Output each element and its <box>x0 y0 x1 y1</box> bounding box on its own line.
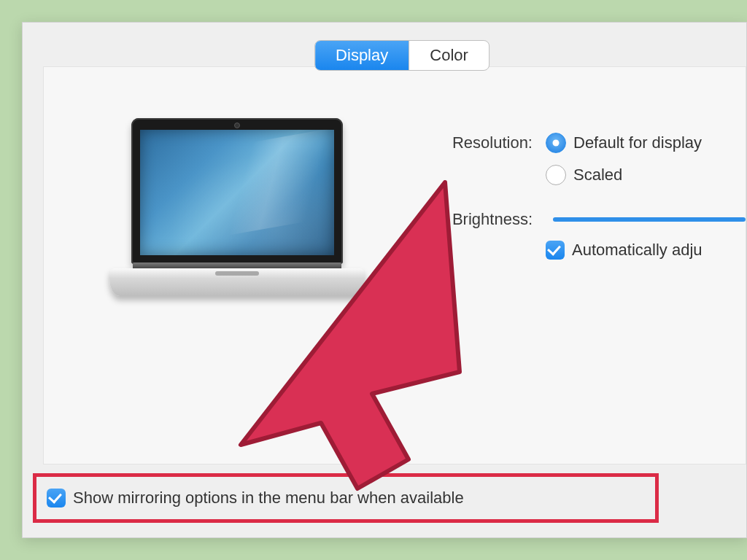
tab-color[interactable]: Color <box>409 41 489 70</box>
checkbox-auto-brightness-label: Automatically adju <box>572 241 703 260</box>
radio-resolution-default[interactable] <box>546 133 566 153</box>
resolution-scaled-row: Scaled <box>409 165 746 185</box>
preferences-body-panel: Resolution: Default for display Scaled <box>43 66 746 464</box>
display-preferences-window: Display Color Resolution: Defaul <box>22 22 747 538</box>
display-device-illustration <box>109 118 365 308</box>
checkbox-show-mirroring-label: Show mirroring options in the menu bar w… <box>73 489 464 508</box>
resolution-row: Resolution: Default for display <box>409 133 746 153</box>
mirroring-option-highlight: Show mirroring options in the menu bar w… <box>33 473 659 523</box>
radio-resolution-scaled-label: Scaled <box>573 166 622 184</box>
radio-resolution-scaled[interactable] <box>546 165 566 185</box>
auto-brightness-row: Automatically adju <box>409 241 746 260</box>
checkbox-auto-brightness[interactable] <box>546 241 565 260</box>
checkbox-show-mirroring[interactable] <box>47 489 66 508</box>
display-settings-form: Resolution: Default for display Scaled <box>409 133 746 271</box>
brightness-slider[interactable] <box>553 217 746 222</box>
tab-display[interactable]: Display <box>315 41 409 70</box>
resolution-label: Resolution: <box>409 133 546 152</box>
tabs-segmented-control: Display Color <box>314 40 489 71</box>
brightness-label: Brightness: <box>409 210 546 229</box>
radio-resolution-default-label: Default for display <box>573 133 702 152</box>
brightness-row: Brightness: <box>409 210 746 229</box>
